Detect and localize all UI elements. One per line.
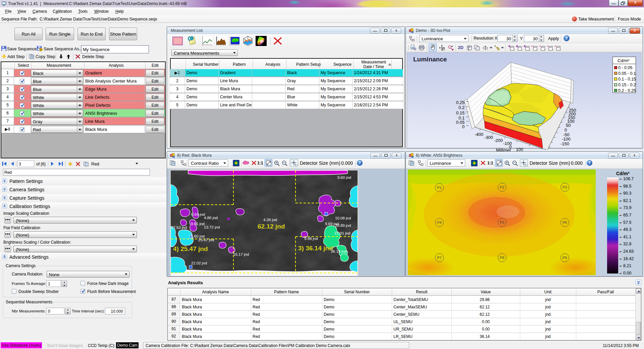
svg-text:36.14 jnd: 36.14 jnd xyxy=(331,249,346,253)
svg-text:6.59 jnd: 6.59 jnd xyxy=(191,212,205,216)
svg-text:4) 25.47 jnd: 4) 25.47 jnd xyxy=(173,245,208,252)
svg-text:9.61 jnd: 9.61 jnd xyxy=(191,222,205,226)
svg-text:P7: P7 xyxy=(437,256,441,260)
svg-text:P6: P6 xyxy=(562,220,567,225)
svg-text:20.89 jnd: 20.89 jnd xyxy=(335,223,351,228)
svg-text:21.01 jnd: 21.01 jnd xyxy=(334,231,350,235)
svg-text:27.53 jnd: 27.53 jnd xyxy=(171,226,187,230)
svg-text:13.72 jnd: 13.72 jnd xyxy=(204,225,220,229)
svg-text:9.9: 9.9 xyxy=(524,163,527,166)
svg-text:P2: P2 xyxy=(500,185,504,189)
svg-text:15.17 jnd: 15.17 jnd xyxy=(233,252,249,256)
svg-text:P1: P1 xyxy=(437,186,441,190)
svg-text:P3: P3 xyxy=(562,185,567,189)
svg-text:9.9: 9.9 xyxy=(294,163,298,166)
svg-text:P9: P9 xyxy=(562,256,567,260)
svg-text:10.08 jnd: 10.08 jnd xyxy=(335,216,351,220)
svg-text:P8: P8 xyxy=(500,256,504,260)
svg-text:P4: P4 xyxy=(437,220,441,225)
svg-text:4.39 jnd: 4.39 jnd xyxy=(263,218,277,222)
svg-text:3) 36.14 jnd: 3) 36.14 jnd xyxy=(298,245,333,252)
svg-text:62.12 jnd: 62.12 jnd xyxy=(258,223,285,230)
svg-text:4.86 jnd: 4.86 jnd xyxy=(204,216,218,220)
svg-text:22.02 jnd: 22.02 jnd xyxy=(191,261,207,265)
svg-text:9.60 jnd: 9.60 jnd xyxy=(337,176,351,180)
svg-text:P5: P5 xyxy=(500,220,504,225)
svg-text:9.98 jnd: 9.98 jnd xyxy=(304,237,318,241)
svg-text:25.47 jnd: 25.47 jnd xyxy=(198,238,214,242)
